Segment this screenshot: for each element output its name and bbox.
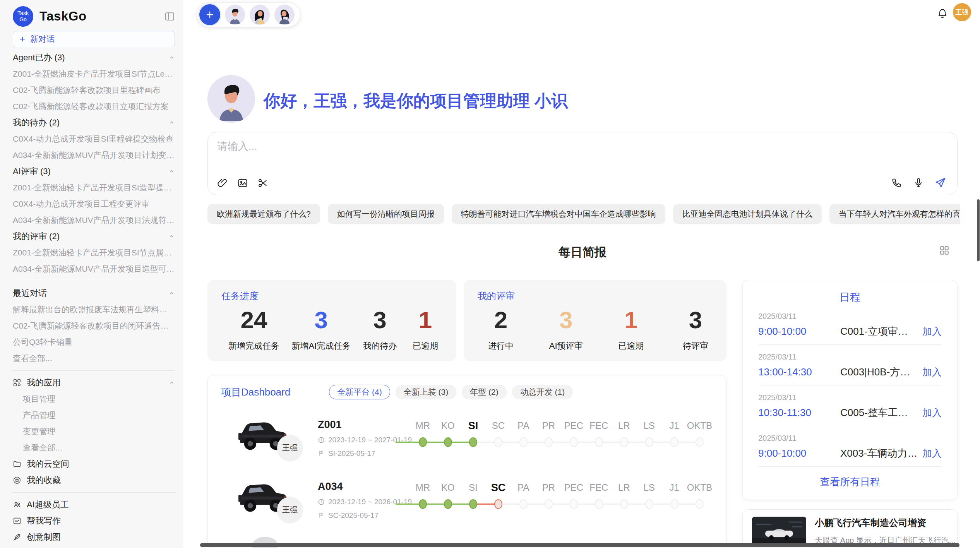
project-owner-badge: 王强 — [277, 435, 303, 461]
clock-icon — [318, 498, 325, 505]
sidebar-item[interactable]: C02-飞腾新能源轻客改款项目里程碑画布 — [13, 82, 175, 98]
agent-avatar-3[interactable] — [274, 5, 295, 25]
app-item[interactable]: 变更管理 — [13, 423, 175, 440]
divider — [13, 492, 175, 493]
sidebar-item-ai-super-staff[interactable]: AI超级员工 — [13, 497, 175, 513]
suggestion-chip[interactable]: 比亚迪全固态电池计划具体说了什么 — [673, 204, 822, 224]
schedule-date: 2025/03/11 — [758, 434, 942, 443]
sidebar-section-header[interactable]: 我的待办 (2) — [13, 115, 175, 131]
sidebar-section-header[interactable]: Agent已办 (3) — [13, 50, 175, 66]
chevron-up-icon[interactable] — [168, 120, 175, 126]
chevron-up-icon[interactable] — [168, 55, 175, 61]
milestone-label: J1 — [662, 417, 687, 434]
sidebar-item[interactable]: C0X4-动力总成开发项目SI里程碑提交物检查 — [13, 131, 175, 147]
my-apps-title: 我的应用 — [27, 377, 61, 389]
stat: 2 进行中 — [485, 306, 517, 352]
app-title: TaskGo — [39, 9, 87, 24]
milestone-label: PEC — [561, 479, 586, 496]
sidebar-item[interactable]: A034-全新新能源MUV产品开发项目造型可行性评审 — [13, 261, 175, 277]
logo-line1: Task — [17, 10, 29, 16]
chevron-up-icon[interactable] — [168, 290, 175, 297]
sidebar-item-creative-drawing[interactable]: 创意制图 — [13, 529, 175, 545]
join-link[interactable]: 加入 — [922, 366, 942, 378]
app-item[interactable]: 项目管理 — [13, 391, 175, 407]
suggestion-chip[interactable]: 当下年轻人对汽车外观有怎样的喜好趋势 — [829, 204, 960, 224]
recent-chat-item[interactable]: 公司Q3轻卡销量 — [13, 334, 175, 350]
sidebar-item[interactable]: A034-全新新能源MUV产品开发项目法规符合性评审 — [13, 212, 175, 228]
section-items: Z001-全新燃油皮卡产品开发项目SI节点Lesson Learn报告 C02-… — [13, 66, 175, 115]
chevron-up-icon[interactable] — [168, 233, 175, 240]
image-icon[interactable] — [237, 178, 248, 188]
sidebar-item-favorites[interactable]: 我的收藏 — [13, 472, 175, 488]
recent-chats-header[interactable]: 最近对话 — [13, 285, 175, 301]
milestone-label: LR — [612, 479, 637, 496]
join-link[interactable]: 加入 — [922, 325, 942, 338]
filter-pill[interactable]: 全新上装 (3) — [396, 385, 457, 399]
phone-call-icon[interactable] — [891, 177, 902, 188]
user-avatar[interactable]: 王强 — [953, 3, 971, 21]
recent-chat-item[interactable]: 解释最新出台的欧盟报废车法规再生塑料比例被调至15%... — [13, 301, 175, 318]
join-link[interactable]: 加入 — [922, 447, 942, 460]
agent-avatar-1[interactable] — [225, 5, 245, 25]
recent-view-all[interactable]: 查看全部... — [13, 350, 175, 366]
scissors-icon[interactable] — [257, 178, 268, 188]
filter-pill[interactable]: 动总开发 (1) — [512, 385, 573, 399]
project-row[interactable]: 王强 Z001 2023-12-19 ~ 2027-01-19 — [221, 411, 726, 461]
milestone-dot — [696, 437, 704, 447]
milestone-dot — [595, 437, 603, 447]
apps-view-all[interactable]: 查看全部... — [13, 440, 175, 456]
news-thumbnail — [752, 517, 806, 546]
star-badge-icon — [13, 476, 21, 485]
schedule-time: 10:30-11:30 — [758, 407, 840, 419]
horizontal-scrollbar[interactable] — [200, 543, 959, 547]
milestone-dot — [545, 437, 553, 447]
project-owner-badge: 王强 — [277, 497, 303, 522]
section-title: 我的待办 (2) — [13, 117, 60, 128]
grid-icon — [13, 378, 21, 387]
suggestion-chip[interactable]: 欧洲新规最近颁布了什么? — [207, 204, 320, 224]
milestone-strip: MR KO SI — [410, 479, 712, 509]
sidebar-item[interactable]: Z001-全新燃油轻卡产品开发项目SI造型提交物评审 — [13, 180, 175, 196]
layout-grid-icon[interactable] — [939, 245, 949, 255]
chevron-up-icon[interactable] — [168, 380, 175, 386]
sidebar-item[interactable]: A034-全新新能源MUV产品开发项目计划变更表编写 — [13, 147, 175, 163]
milestone-label: PR — [536, 417, 561, 434]
sidebar-item-cloud-space[interactable]: 我的云空间 — [13, 456, 175, 472]
attachment-icon[interactable] — [217, 178, 228, 188]
filter-pill[interactable]: 年型 (2) — [462, 385, 507, 399]
assistant-avatar — [207, 75, 255, 123]
suggestion-chip[interactable]: 特朗普可能对进口汽车增税会对中国车企造成哪些影响 — [452, 204, 665, 224]
chevron-up-icon[interactable] — [168, 168, 175, 175]
sidebar-section-header[interactable]: AI评审 (3) — [13, 163, 175, 180]
join-link[interactable]: 加入 — [922, 406, 942, 419]
filter-pill[interactable]: 全新平台 (4) — [329, 385, 390, 399]
sidebar-item[interactable]: Z001-全新燃油轻卡产品开发项目SI节点属性5D文件评审 — [13, 245, 175, 261]
sidebar-item[interactable]: C0X4-动力总成开发项目工程变更评审 — [13, 196, 175, 212]
sidebar-item[interactable]: C02-飞腾新能源轻客改款项目立项汇报方案 — [13, 98, 175, 115]
sidebar-collapse-icon[interactable] — [164, 12, 175, 21]
news-card[interactable]: 小鹏飞行汽车制造公司增资 天眼查 App 显示，近日广州汇天飞行汽... — [742, 509, 958, 548]
microphone-icon[interactable] — [913, 177, 924, 188]
new-chat-button[interactable]: 新对话 — [13, 31, 175, 47]
chat-input[interactable] — [216, 139, 837, 164]
project-row[interactable]: 王强 A034 2023-12-19 ~ 2026-01-19 — [221, 473, 726, 523]
sidebar-item-help-me-write[interactable]: 帮我写作 — [13, 513, 175, 529]
project-dates: 2023-12-19 ~ 2027-01-19 — [328, 436, 412, 444]
task-progress-stats: 24 新增完成任务 3 新增AI完成任务 3 我的待办 1 — [221, 302, 456, 352]
send-icon[interactable] — [935, 177, 946, 188]
agent-avatar-2[interactable] — [250, 5, 270, 25]
schedule-item: 2025/03/11 9:00-10:00 C001-立项审批会 加入 — [758, 304, 942, 345]
sidebar-section-header[interactable]: 我的评审 (2) — [13, 228, 175, 245]
recent-chat-item[interactable]: C02-飞腾新能源轻客改款项目的闭环通告反馈情况 — [13, 318, 175, 334]
milestone-dot — [570, 499, 578, 509]
app-item[interactable]: 产品管理 — [13, 407, 175, 423]
milestone-dot — [419, 437, 427, 447]
people-icon — [13, 500, 21, 509]
suggestion-chip[interactable]: 如何写一份清晰的项目周报 — [328, 204, 444, 224]
sidebar-item[interactable]: Z001-全新燃油皮卡产品开发项目SI节点Lesson Learn报告 — [13, 66, 175, 82]
add-agent-button[interactable] — [199, 4, 220, 25]
my-apps-header[interactable]: 我的应用 — [13, 375, 175, 391]
vertical-scrollbar[interactable] — [977, 199, 980, 261]
notifications-bell-icon[interactable] — [937, 8, 948, 19]
view-all-schedules-link[interactable]: 查看所有日程 — [758, 467, 942, 497]
